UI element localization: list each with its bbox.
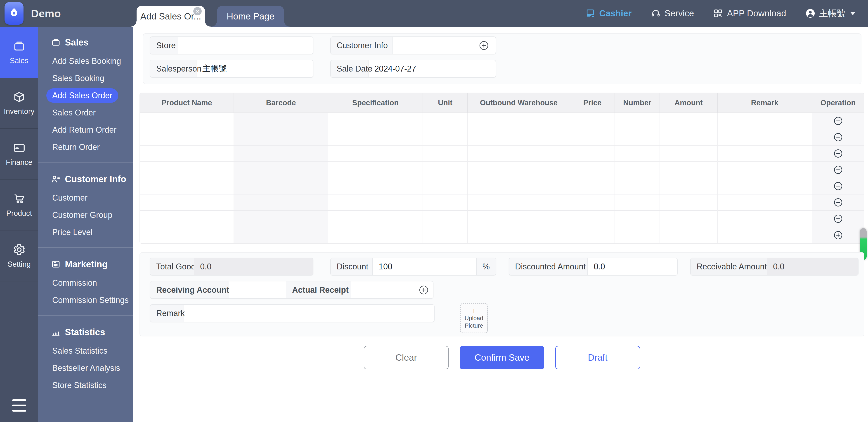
cell-price[interactable] [570, 113, 615, 129]
sale-date-input[interactable]: 2024-07-27 [369, 60, 496, 77]
cell-amount[interactable] [660, 178, 718, 195]
cell-amount[interactable] [660, 211, 718, 227]
store-input[interactable] [178, 37, 313, 54]
rail-item-setting[interactable]: Setting [0, 230, 38, 281]
cell-product-name[interactable] [140, 195, 234, 211]
cell-outbound-warehouse[interactable] [468, 211, 570, 227]
cell-unit[interactable] [423, 162, 468, 178]
cell-specification[interactable] [328, 227, 423, 243]
submenu-item-bestseller-analysis[interactable]: Bestseller Analysis [38, 360, 133, 377]
cell-unit[interactable] [423, 195, 468, 211]
discounted-amount-input[interactable]: 0.0 [588, 258, 677, 275]
cell-price[interactable] [570, 129, 615, 146]
cell-number[interactable] [615, 129, 660, 146]
cell-number[interactable] [615, 146, 660, 162]
cell-product-name[interactable] [140, 227, 234, 243]
receiving-account-input[interactable] [229, 281, 286, 299]
cell-outbound-warehouse[interactable] [468, 178, 570, 195]
cell-outbound-warehouse[interactable] [468, 113, 570, 129]
cell-amount[interactable] [660, 146, 718, 162]
collapse-menu-icon[interactable] [0, 399, 38, 412]
submenu-item-sales-statistics[interactable]: Sales Statistics [38, 342, 133, 360]
submenu-item-customer-group[interactable]: Customer Group [38, 206, 133, 224]
cell-number[interactable] [615, 227, 660, 243]
rail-item-sales[interactable]: Sales [0, 27, 38, 78]
cell-remark[interactable] [718, 162, 812, 178]
cell-unit[interactable] [423, 146, 468, 162]
add-row-icon[interactable] [833, 230, 843, 240]
draft-button[interactable]: Draft [555, 346, 640, 369]
cell-specification[interactable] [328, 129, 423, 146]
confirm-save-button[interactable]: Confirm Save [460, 346, 544, 369]
cell-unit[interactable] [423, 113, 468, 129]
cell-specification[interactable] [328, 178, 423, 195]
cell-remark[interactable] [718, 227, 812, 243]
cell-price[interactable] [570, 146, 615, 162]
cell-product-name[interactable] [140, 211, 234, 227]
cell-unit[interactable] [423, 129, 468, 146]
cell-remark[interactable] [718, 195, 812, 211]
submenu-item-price-level[interactable]: Price Level [38, 224, 133, 241]
cell-amount[interactable] [660, 162, 718, 178]
cell-number[interactable] [615, 162, 660, 178]
cell-specification[interactable] [328, 162, 423, 178]
cell-amount[interactable] [660, 129, 718, 146]
cell-outbound-warehouse[interactable] [468, 146, 570, 162]
cell-price[interactable] [570, 227, 615, 243]
rail-item-finance[interactable]: Finance [0, 129, 38, 179]
salesperson-input[interactable]: 主帳號 [196, 60, 313, 77]
cell-specification[interactable] [328, 146, 423, 162]
cell-amount[interactable] [660, 113, 718, 129]
cell-remark[interactable] [718, 211, 812, 227]
remove-row-icon[interactable] [833, 181, 843, 191]
rail-item-product[interactable]: Product [0, 179, 38, 230]
tab-home-page[interactable]: Home Page [217, 6, 284, 27]
submenu-item-add-return-order[interactable]: Add Return Order [38, 121, 133, 139]
upload-picture-button[interactable]: + Upload Picture [460, 303, 488, 333]
cell-product-name[interactable] [140, 178, 234, 195]
submenu-item-customer[interactable]: Customer [38, 189, 133, 206]
add-receipt-button[interactable] [415, 281, 432, 299]
remove-row-icon[interactable] [833, 165, 843, 174]
cell-number[interactable] [615, 178, 660, 195]
cell-price[interactable] [570, 195, 615, 211]
cell-product-name[interactable] [140, 113, 234, 129]
cell-price[interactable] [570, 162, 615, 178]
remove-row-icon[interactable] [833, 133, 843, 142]
topbar-link-cashier[interactable]: Cashier [585, 8, 631, 19]
cell-specification[interactable] [328, 113, 423, 129]
cell-product-name[interactable] [140, 146, 234, 162]
submenu-item-sales-order[interactable]: Sales Order [38, 104, 133, 121]
remove-row-icon[interactable] [833, 198, 843, 207]
cell-remark[interactable] [718, 146, 812, 162]
cell-remark[interactable] [718, 129, 812, 146]
topbar-link-account[interactable]: 主帳號 [805, 7, 856, 20]
cell-price[interactable] [570, 211, 615, 227]
topbar-link-app-download[interactable]: APP Download [713, 8, 786, 19]
cell-remark[interactable] [718, 178, 812, 195]
cell-unit[interactable] [423, 211, 468, 227]
cell-amount[interactable] [660, 195, 718, 211]
rail-item-inventory[interactable]: Inventory [0, 78, 38, 129]
discount-input[interactable]: 100 [373, 258, 476, 275]
customer-info-input[interactable] [393, 37, 472, 54]
clear-button[interactable]: Clear [364, 346, 448, 369]
cell-specification[interactable] [328, 195, 423, 211]
cell-outbound-warehouse[interactable] [468, 227, 570, 243]
cell-outbound-warehouse[interactable] [468, 129, 570, 146]
remove-row-icon[interactable] [833, 116, 843, 125]
tab-add-sales-or-[interactable]: Add Sales Or...× [136, 6, 205, 27]
remove-row-icon[interactable] [833, 214, 843, 223]
actual-receipt-input[interactable] [351, 281, 415, 299]
remove-row-icon[interactable] [833, 149, 843, 158]
submenu-item-add-sales-booking[interactable]: Add Sales Booking [38, 53, 133, 70]
submenu-item-store-statistics[interactable]: Store Statistics [38, 377, 133, 394]
submenu-item-add-sales-order[interactable]: Add Sales Order [38, 87, 133, 104]
submenu-item-commission[interactable]: Commission [38, 274, 133, 291]
submenu-item-return-order[interactable]: Return Order [38, 139, 133, 156]
close-tab-icon[interactable]: × [193, 7, 202, 16]
cell-price[interactable] [570, 178, 615, 195]
cell-remark[interactable] [718, 113, 812, 129]
cell-unit[interactable] [423, 227, 468, 243]
cell-outbound-warehouse[interactable] [468, 162, 570, 178]
